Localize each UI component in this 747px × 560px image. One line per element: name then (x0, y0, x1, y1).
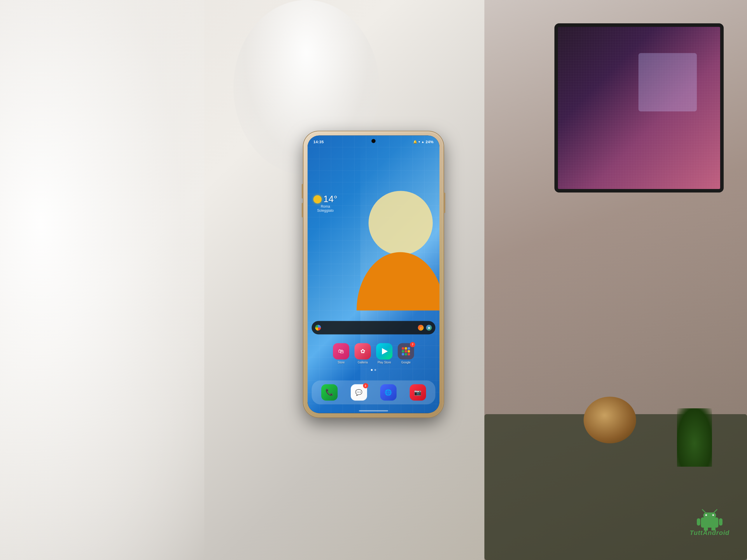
messages-badge: 2 (363, 383, 368, 388)
bg-calendar (639, 53, 697, 111)
android-robot-icon (695, 507, 724, 531)
phone-body: 14:35 🔔 ▾ ▲ 24% 14° Roma (304, 131, 443, 417)
dock-camera-wrap[interactable]: 📷 (410, 384, 426, 400)
status-time: 14:35 (313, 140, 324, 144)
tuttoandroid-logo: TuttAndroid (690, 507, 729, 537)
store-bag-icon: 🛍 (338, 348, 344, 355)
volume-down-button[interactable] (302, 203, 303, 217)
search-bar[interactable]: ♪ ◉ (312, 321, 435, 334)
app-store-icon-wrap[interactable]: 🛍 Store (333, 343, 349, 364)
page-indicator (308, 369, 439, 371)
google-grid-icon (402, 347, 410, 355)
phone-call-icon: 📞 (325, 389, 333, 396)
dock-phone-wrap[interactable]: 📞 (321, 384, 338, 400)
store-label: Store (338, 361, 344, 364)
page-dot-1 (371, 369, 372, 371)
app-galleria-icon-wrap[interactable]: ✿ Galleria (355, 343, 371, 364)
weather-widget: 14° Roma Soleggiato (313, 194, 337, 213)
dock-phone-icon[interactable]: 📞 (321, 384, 338, 400)
svg-rect-6 (697, 518, 700, 526)
svg-rect-1 (703, 512, 716, 518)
svg-rect-0 (701, 517, 718, 528)
screen-bezel: 14:35 🔔 ▾ ▲ 24% 14° Roma (308, 135, 439, 413)
bg-monitor (555, 23, 724, 192)
internet-globe-icon: 🌐 (385, 389, 392, 396)
google-icon[interactable]: 7 (398, 343, 414, 359)
dock-internet-wrap[interactable]: 🌐 (380, 384, 396, 400)
google-badge: 7 (410, 342, 415, 347)
bg-plant (677, 408, 712, 466)
bg-wooden-cylinder (584, 397, 636, 443)
search-lens-button[interactable]: ◉ (426, 325, 432, 330)
dock-messages-wrap[interactable]: 💬 2 (351, 384, 367, 400)
play-triangle-icon (382, 348, 388, 354)
samsung-store-icon[interactable]: 🛍 (333, 343, 349, 359)
galleria-label: Galleria (358, 361, 368, 364)
app-row: 🛍 Store ✿ Galleria (308, 343, 439, 364)
signal-icon: ▲ (421, 140, 424, 143)
wifi-icon: ▾ (418, 140, 420, 144)
svg-point-2 (705, 514, 707, 516)
messages-chat-icon: 💬 (355, 389, 362, 396)
dock-internet-icon[interactable]: 🌐 (380, 384, 396, 400)
play-store-icon[interactable] (376, 343, 392, 359)
svg-line-4 (702, 510, 705, 512)
phone-screen[interactable]: 14:35 🔔 ▾ ▲ 24% 14° Roma (308, 135, 439, 413)
home-indicator[interactable] (359, 410, 388, 411)
app-playstore-icon-wrap[interactable]: Play Store (376, 343, 392, 364)
svg-rect-7 (719, 518, 722, 526)
tuttoandroid-text: TuttAndroid (690, 529, 729, 537)
google-label: Google (401, 361, 411, 364)
lens-icon: ◉ (428, 326, 430, 329)
volume-up-button[interactable] (302, 184, 303, 198)
wallpaper (308, 135, 439, 413)
phone-container: 14:35 🔔 ▾ ▲ 24% 14° Roma (304, 131, 443, 417)
camera-hole (371, 139, 376, 143)
search-mic-button[interactable]: ♪ (418, 325, 424, 330)
wallpaper-sun (368, 191, 433, 255)
page-dot-2 (375, 369, 376, 371)
power-button[interactable] (444, 192, 445, 213)
playstore-label: Play Store (378, 361, 391, 364)
battery-text: 24% (426, 140, 434, 144)
bg-left-light (0, 0, 204, 560)
svg-point-3 (712, 514, 714, 516)
dock-bar: 📞 💬 2 🌐 (312, 380, 435, 404)
bg-right-desk (484, 0, 747, 560)
galleria-icon[interactable]: ✿ (355, 343, 371, 359)
status-icons: 🔔 ▾ ▲ 24% (413, 140, 434, 144)
dock-camera-icon[interactable]: 📷 (410, 384, 426, 400)
weather-sun-icon (313, 195, 321, 203)
camera-shutter-icon: 📷 (414, 389, 421, 396)
weather-temperature: 14° (323, 194, 337, 205)
sound-icon: 🔔 (413, 140, 417, 144)
app-google-icon-wrap[interactable]: 7 Google (398, 343, 414, 364)
svg-line-5 (714, 510, 717, 512)
google-g-logo (315, 325, 321, 330)
dock-messages-icon[interactable]: 💬 2 (351, 384, 367, 400)
gallery-flower-icon: ✿ (360, 348, 365, 355)
weather-location: Roma Soleggiato (313, 205, 337, 213)
mic-icon: ♪ (420, 326, 422, 329)
